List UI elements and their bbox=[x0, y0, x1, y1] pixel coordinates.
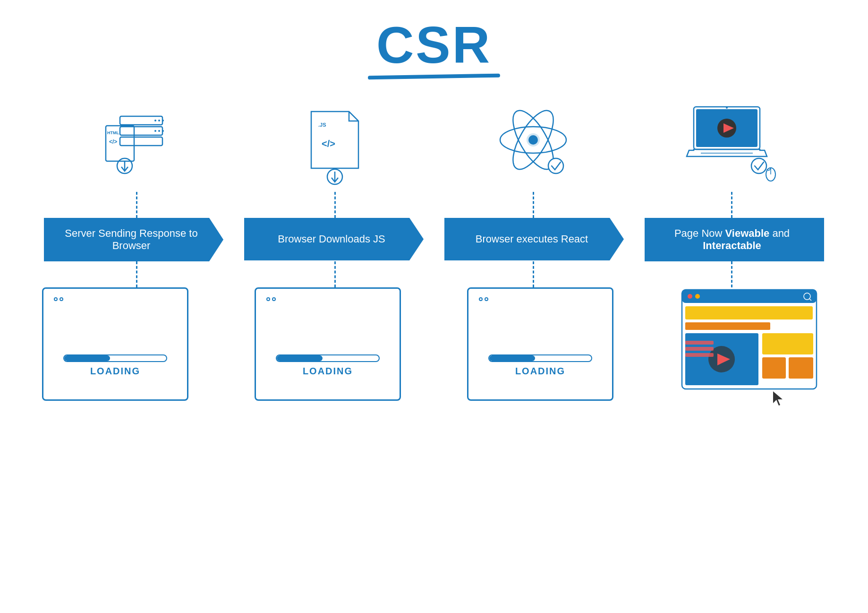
step2-banner: Browser Downloads JS bbox=[244, 218, 424, 260]
svg-rect-46 bbox=[789, 357, 813, 379]
connector-col-3 bbox=[434, 192, 632, 218]
banner-col-2: Browser Downloads JS bbox=[235, 218, 433, 261]
loading-label-2: LOADING bbox=[264, 366, 391, 377]
connector-col-2 bbox=[236, 192, 434, 218]
page-title: CSR bbox=[368, 19, 500, 71]
banner-col-4: Page Now Viewable and Interactable bbox=[635, 218, 834, 261]
col-4 bbox=[632, 97, 831, 192]
connector-v2-3 bbox=[533, 261, 534, 287]
banners-row: Server Sending Response to Browser Brows… bbox=[0, 218, 868, 261]
step3-label: Browser executes React bbox=[476, 233, 588, 245]
loading-bar-container-1: LOADING bbox=[52, 354, 179, 377]
dot bbox=[479, 297, 483, 301]
loading-bar-container-3: LOADING bbox=[477, 354, 604, 377]
svg-rect-39 bbox=[685, 306, 813, 319]
connector-v2-4 bbox=[731, 261, 732, 287]
col-3 bbox=[434, 97, 632, 192]
loading-col-2: LOADING bbox=[229, 287, 427, 401]
svg-rect-49 bbox=[685, 353, 714, 357]
loading-screen-3: LOADING bbox=[467, 287, 613, 401]
dot bbox=[266, 297, 270, 301]
connectors-row-2 bbox=[0, 261, 868, 287]
connector2-col-1 bbox=[37, 261, 236, 287]
react-atom-icon bbox=[486, 97, 580, 192]
loading-bar-fill-2 bbox=[277, 355, 323, 361]
dot bbox=[60, 297, 63, 301]
svg-rect-2 bbox=[120, 137, 162, 146]
svg-rect-34 bbox=[682, 290, 817, 303]
icons-row: HTML </> .JS </> bbox=[0, 97, 868, 192]
svg-point-29 bbox=[726, 107, 728, 109]
step1-label: Server Sending Response to Browser bbox=[53, 227, 209, 252]
banner-col-1: Server Sending Response to Browser bbox=[34, 218, 233, 261]
connector-col-4 bbox=[632, 192, 831, 218]
loading-bar-track-2 bbox=[276, 354, 380, 362]
loading-bar-track-3 bbox=[488, 354, 592, 362]
bottom-row: LOADING LOADING bbox=[0, 287, 868, 420]
step3-banner: Browser executes React bbox=[444, 218, 624, 260]
loading-col-1: LOADING bbox=[16, 287, 214, 401]
svg-point-6 bbox=[154, 130, 156, 132]
js-file-icon: .JS </> bbox=[288, 97, 382, 192]
connector-v2-2 bbox=[334, 261, 336, 287]
svg-point-8 bbox=[162, 130, 164, 132]
col-2: .JS </> bbox=[236, 97, 434, 192]
connector2-col-3 bbox=[434, 261, 632, 287]
svg-point-5 bbox=[162, 120, 164, 121]
svg-rect-44 bbox=[762, 333, 813, 354]
screen-dots-2 bbox=[266, 297, 276, 301]
connector-v-1 bbox=[136, 192, 137, 218]
flow-container: HTML </> .JS </> bbox=[0, 97, 868, 420]
step4-banner: Page Now Viewable and Interactable bbox=[645, 218, 824, 261]
connector-v-2 bbox=[334, 192, 336, 218]
svg-point-22 bbox=[528, 135, 538, 145]
svg-rect-47 bbox=[685, 341, 714, 345]
dot bbox=[485, 297, 488, 301]
connector2-col-4 bbox=[632, 261, 831, 287]
screen-dots-1 bbox=[54, 297, 63, 301]
screen-dots-3 bbox=[479, 297, 488, 301]
step2-label: Browser Downloads JS bbox=[278, 233, 385, 245]
title-section: CSR bbox=[368, 19, 500, 78]
col-1: HTML </> bbox=[37, 97, 236, 192]
svg-point-37 bbox=[688, 294, 692, 299]
step1-banner: Server Sending Response to Browser bbox=[44, 218, 223, 261]
svg-text:HTML: HTML bbox=[107, 130, 119, 135]
loading-bar-fill-3 bbox=[489, 355, 535, 361]
svg-point-4 bbox=[158, 120, 160, 121]
svg-marker-50 bbox=[773, 391, 783, 406]
loading-screen-1: LOADING bbox=[42, 287, 188, 401]
svg-rect-48 bbox=[685, 347, 714, 351]
dot bbox=[272, 297, 276, 301]
svg-point-38 bbox=[695, 294, 700, 299]
svg-point-30 bbox=[751, 158, 766, 173]
step4-label: Page Now Viewable and Interactable bbox=[654, 227, 810, 252]
banner-col-3: Browser executes React bbox=[435, 218, 633, 261]
connector-v-3 bbox=[533, 192, 534, 218]
loading-col-3: LOADING bbox=[441, 287, 639, 401]
svg-text:.JS: .JS bbox=[318, 122, 326, 128]
connector-v2-1 bbox=[136, 261, 137, 287]
loading-bar-container-2: LOADING bbox=[264, 354, 391, 377]
svg-point-3 bbox=[154, 120, 156, 121]
svg-rect-45 bbox=[762, 357, 786, 379]
dot bbox=[54, 297, 58, 301]
svg-point-7 bbox=[158, 130, 160, 132]
title-underline bbox=[368, 74, 500, 80]
loading-bar-track-1 bbox=[63, 354, 167, 362]
svg-text:</>: </> bbox=[322, 138, 335, 149]
svg-text:</>: </> bbox=[109, 138, 117, 145]
html-server-icon: HTML </> bbox=[89, 97, 184, 192]
svg-rect-40 bbox=[685, 322, 770, 330]
loading-screen-2: LOADING bbox=[255, 287, 401, 401]
connector-col-1 bbox=[37, 192, 236, 218]
loading-label-1: LOADING bbox=[52, 366, 179, 377]
finished-screen bbox=[680, 287, 826, 420]
loading-bar-fill-1 bbox=[64, 355, 110, 361]
connectors-row-1 bbox=[0, 192, 868, 218]
svg-point-23 bbox=[548, 158, 563, 173]
final-col bbox=[654, 287, 852, 420]
connector2-col-2 bbox=[236, 261, 434, 287]
loading-label-3: LOADING bbox=[477, 366, 604, 377]
connector-v-4 bbox=[731, 192, 732, 218]
